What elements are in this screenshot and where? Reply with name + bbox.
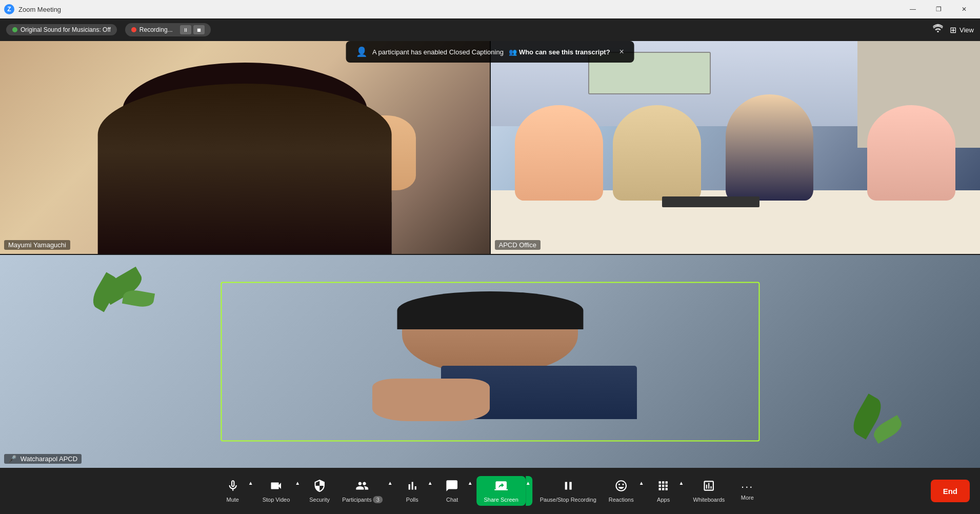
video-tile-watcharapol[interactable]: 🎤 Watcharapol APCD (0, 255, 980, 468)
minimize-button[interactable]: — (901, 0, 925, 18)
restore-button[interactable]: ❐ (927, 0, 950, 18)
stop-video-label: Stop Video (263, 497, 290, 503)
reactions-label: Reactions (609, 497, 634, 503)
sound-pill[interactable]: Original Sound for Musicians: Off (6, 24, 117, 35)
video-caret-button[interactable]: ▲ (295, 476, 302, 506)
more-button[interactable]: ··· More (732, 478, 763, 504)
mute-group: Mute ▲ (217, 476, 255, 506)
mute-button[interactable]: Mute (217, 476, 248, 506)
apps-label: Apps (657, 497, 670, 503)
person-icon: 👤 (356, 46, 367, 57)
video-feed-watcharapol (0, 255, 980, 468)
transcript-link[interactable]: 👥 Who can see this transcript? (509, 48, 610, 56)
view-button[interactable]: ⊞ View (950, 25, 974, 35)
polls-caret-button[interactable]: ▲ (428, 476, 435, 506)
more-icon: ··· (741, 481, 753, 492)
reactions-group: Reactions ▲ (604, 476, 646, 506)
sound-pill-label: Original Sound for Musicians: Off (21, 26, 111, 33)
toolbar-center: Mute ▲ Stop Video ▲ (217, 476, 763, 506)
video-grid: Mayumi Yamaguchi APCD Office (0, 41, 980, 468)
security-button[interactable]: Security (304, 476, 335, 506)
reactions-icon (614, 479, 628, 495)
top-bar: Original Sound for Musicians: Off Record… (0, 18, 980, 41)
participants-group: Participants 3 ▲ (337, 476, 395, 506)
participants-caret-button[interactable]: ▲ (388, 476, 395, 506)
pause-recording-label: Pause/Stop Recording (540, 497, 596, 503)
end-meeting-button[interactable]: End (931, 480, 970, 502)
virtual-bg-leaf2 (122, 288, 155, 309)
chat-button[interactable]: Chat (437, 476, 468, 506)
polls-icon (406, 479, 419, 495)
close-notification-button[interactable]: × (619, 47, 624, 56)
video-tile-mayumi[interactable]: Mayumi Yamaguchi (0, 41, 490, 254)
chat-group: Chat ▲ (437, 476, 475, 506)
participants-button[interactable]: Participants 3 (337, 476, 388, 506)
close-button[interactable]: ✕ (952, 0, 976, 18)
view-label: View (959, 26, 974, 34)
title-bar-left: Z Zoom Meeting (4, 4, 61, 14)
polls-button[interactable]: Polls (397, 476, 428, 506)
share-screen-group: Share Screen ▲ (477, 476, 533, 506)
apps-group: Apps ▲ (648, 476, 686, 506)
whiteboards-group: Whiteboards (688, 476, 730, 506)
sound-status-dot (12, 27, 17, 32)
chat-label: Chat (446, 497, 458, 503)
whiteboards-label: Whiteboards (693, 497, 725, 503)
video-icon (269, 479, 283, 495)
security-group: Security (304, 476, 335, 506)
app-title: Zoom Meeting (18, 6, 61, 13)
more-group: ··· More (732, 478, 763, 504)
apps-caret-button[interactable]: ▲ (679, 476, 686, 506)
recording-pill[interactable]: Recording... ⏸ ⏹ (125, 23, 211, 36)
pause-recording-icon (562, 479, 575, 495)
pause-recording-group: Pause/Stop Recording (535, 476, 602, 506)
toolbar: Mute ▲ Stop Video ▲ (0, 468, 980, 514)
pause-recording-button[interactable]: ⏸ (180, 25, 191, 34)
recording-dot (131, 27, 136, 32)
video-feed-apcd (491, 41, 981, 254)
stop-recording-button[interactable]: ⏹ (193, 25, 205, 34)
more-label: More (741, 495, 754, 501)
view-grid-icon: ⊞ (950, 25, 956, 35)
mute-icon (226, 479, 239, 495)
recording-controls: ⏸ ⏹ (180, 25, 205, 34)
participants-label: Participants 3 (342, 497, 383, 503)
participant-name-mayumi: Mayumi Yamaguchi (4, 240, 70, 250)
security-icon (313, 479, 326, 495)
stop-video-button[interactable]: Stop Video (257, 476, 295, 506)
participants-icon (355, 479, 369, 495)
security-label: Security (309, 497, 330, 503)
participant-name-apcd: APCD Office (495, 240, 541, 250)
reactions-button[interactable]: Reactions (604, 476, 639, 506)
chat-icon (446, 479, 459, 495)
participant-label-watcharapol: Watcharapol APCD (21, 455, 78, 463)
mute-label: Mute (226, 497, 238, 503)
polls-group: Polls ▲ (397, 476, 435, 506)
pause-stop-recording-button[interactable]: Pause/Stop Recording (535, 476, 602, 506)
stop-video-group: Stop Video ▲ (257, 476, 303, 506)
toolbar-right: End (931, 480, 970, 502)
wifi-icon (932, 23, 944, 37)
share-screen-icon (494, 479, 508, 495)
whiteboards-icon (702, 479, 715, 495)
recording-label: Recording... (139, 26, 173, 33)
share-screen-button[interactable]: Share Screen (477, 476, 526, 506)
participant-name-watcharapol: 🎤 Watcharapol APCD (4, 454, 82, 464)
participant-label-mayumi: Mayumi Yamaguchi (8, 241, 66, 249)
title-bar: Z Zoom Meeting — ❐ ✕ (0, 0, 980, 18)
participant-label-apcd: APCD Office (499, 241, 536, 249)
share-screen-label: Share Screen (484, 497, 518, 503)
window-controls: — ❐ ✕ (901, 0, 976, 18)
notification-message: A participant has enabled Closed Caption… (372, 48, 504, 56)
mute-caret-button[interactable]: ▲ (248, 476, 255, 506)
reactions-caret-button[interactable]: ▲ (639, 476, 646, 506)
whiteboards-button[interactable]: Whiteboards (688, 476, 730, 506)
apps-icon (657, 479, 670, 495)
apps-button[interactable]: Apps (648, 476, 679, 506)
share-caret-button[interactable]: ▲ (526, 476, 533, 506)
chat-caret-button[interactable]: ▲ (468, 476, 475, 506)
mic-off-icon: 🎤 (8, 455, 16, 463)
video-tile-apcd[interactable]: APCD Office (491, 41, 981, 254)
video-feed-mayumi (0, 41, 490, 254)
zoom-logo-icon: Z (4, 4, 14, 14)
